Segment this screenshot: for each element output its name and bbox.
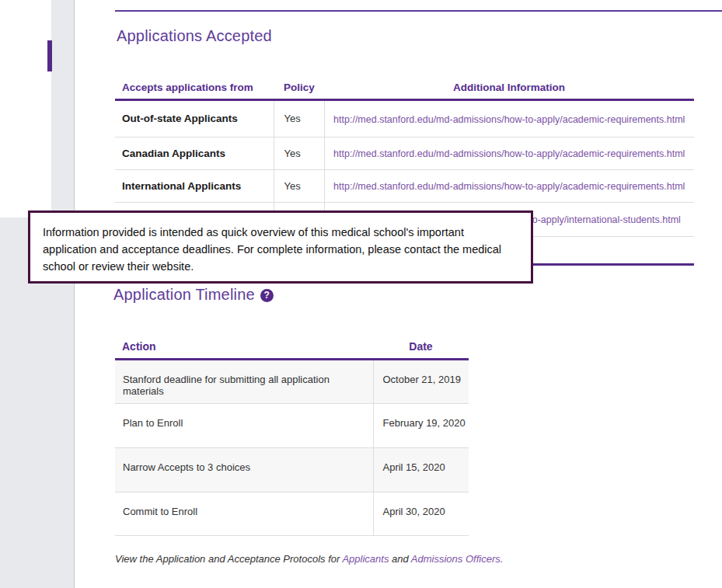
timeline-action: Plan to Enroll (115, 403, 373, 447)
applicant-type: Out-of-state Applicants (115, 99, 274, 137)
left-gray-strip (51, 0, 74, 217)
footnote-and: and (389, 553, 410, 565)
protocols-footnote: View the Application and Acceptance Prot… (115, 553, 503, 565)
page: Applications Accepted Accepts applicatio… (0, 0, 722, 588)
applicant-type: Canadian Applicants (115, 137, 274, 169)
footnote-period: . (501, 553, 504, 565)
timeline-row: Plan to Enroll February 19, 2020 (115, 403, 469, 447)
column-header-additional-info: Additional Information (324, 76, 694, 99)
timeline-date: April 15, 2020 (373, 447, 469, 492)
help-icon[interactable]: ? (260, 289, 274, 302)
column-header-action: Action (115, 336, 373, 359)
section-divider (115, 10, 722, 12)
table-row: Canadian Applicants Yes http://med.stanf… (115, 137, 694, 169)
application-timeline-table: Action Date Stanford deadline for submit… (115, 336, 469, 536)
policy-value: Yes (274, 137, 324, 169)
footnote-text: View the Application and Acceptance Prot… (115, 553, 342, 565)
timeline-action: Stanford deadline for submitting all app… (115, 359, 373, 403)
tooltip-text: Information provided is intended as quic… (43, 226, 501, 273)
timeline-action: Narrow Accepts to 3 choices (115, 447, 373, 492)
timeline-row: Commit to Enroll April 30, 2020 (115, 492, 469, 535)
applicants-link[interactable]: Applicants (342, 553, 389, 565)
timeline-date: April 30, 2020 (373, 492, 469, 535)
applications-accepted-title: Applications Accepted (117, 27, 272, 45)
table-header-row: Action Date (115, 336, 469, 359)
timeline-date: October 21, 2019 (373, 359, 469, 403)
table-row: Out-of-state Applicants Yes http://med.s… (115, 99, 694, 137)
applicant-type: International Applicants (115, 169, 274, 202)
timeline-action: Commit to Enroll (115, 492, 373, 535)
timeline-row: Narrow Accepts to 3 choices April 15, 20… (115, 447, 469, 492)
content-left-border (74, 0, 75, 588)
table-header-row: Accepts applications from Policy Additio… (115, 76, 694, 99)
info-link[interactable]: http://med.stanford.edu/md-admissions/ho… (333, 148, 685, 159)
table-row: International Applicants Yes http://med.… (115, 169, 694, 202)
admissions-officers-link[interactable]: Admissions Officers (411, 553, 501, 565)
column-header-accepts-from: Accepts applications from (115, 76, 274, 99)
column-header-policy: Policy (274, 76, 324, 99)
timeline-row: Stanford deadline for submitting all app… (115, 359, 469, 403)
application-timeline-title: Application Timeline? (113, 286, 274, 304)
policy-value: Yes (274, 99, 324, 137)
policy-value: Yes (274, 169, 324, 202)
column-header-date: Date (373, 336, 469, 359)
scroll-indicator-bar[interactable] (47, 40, 52, 71)
timeline-date: February 19, 2020 (373, 403, 469, 447)
info-tooltip: Information provided is intended as quic… (28, 210, 533, 284)
application-timeline-label: Application Timeline (113, 286, 255, 303)
info-link[interactable]: http://med.stanford.edu/md-admissions/ho… (333, 181, 685, 192)
info-link[interactable]: http://med.stanford.edu/md-admissions/ho… (333, 114, 685, 125)
